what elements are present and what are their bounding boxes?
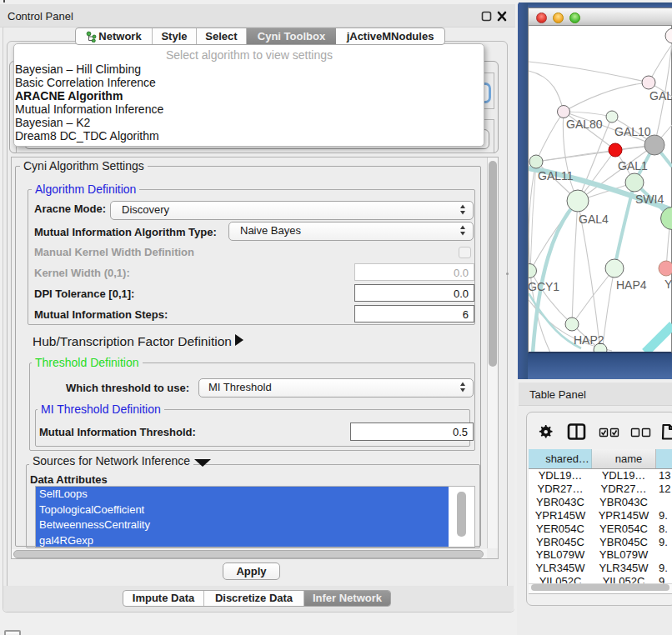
svg-text:SWI4: SWI4	[635, 192, 664, 206]
svg-text:HAP2: HAP2	[574, 333, 604, 347]
svg-text:GCY1: GCY1	[529, 280, 559, 293]
svg-text:Y: Y	[664, 278, 672, 291]
svg-text:GAL1: GAL1	[618, 159, 648, 172]
svg-text:GAL4: GAL4	[579, 212, 609, 226]
svg-text:GAL11: GAL11	[538, 169, 574, 182]
svg-text:GAL10: GAL10	[614, 125, 651, 138]
svg-text:GAL7: GAL7	[649, 89, 672, 102]
svg-text:HAP4: HAP4	[616, 278, 647, 292]
svg-text:GAL80: GAL80	[566, 118, 603, 131]
